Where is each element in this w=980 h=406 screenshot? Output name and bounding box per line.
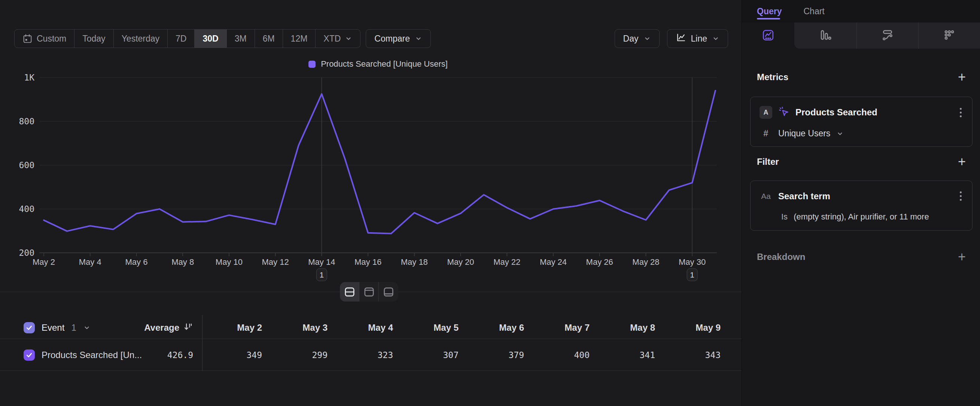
day-column-header[interactable]: May 9 — [661, 317, 726, 339]
x-axis-label: May 10 — [216, 257, 243, 267]
range-today-button[interactable]: Today — [75, 30, 113, 48]
tab-insights[interactable] — [742, 22, 794, 49]
x-axis-label: May 4 — [79, 257, 102, 267]
tab-retention[interactable] — [918, 22, 980, 49]
chevron-down-icon[interactable] — [83, 324, 91, 331]
x-axis-label: May 12 — [262, 257, 289, 267]
x-axis-label: May 30 — [679, 257, 706, 267]
day-value-cell: 323 — [333, 339, 399, 370]
range-yesterday-button[interactable]: Yesterday — [114, 30, 168, 48]
day-column-header[interactable]: May 4 — [333, 317, 399, 339]
tab-chart[interactable]: Chart — [803, 6, 824, 16]
metric-card[interactable]: A Products Searched # Unique Users — [750, 97, 972, 147]
select-all-checkbox[interactable] — [24, 322, 35, 333]
retention-icon — [943, 29, 956, 43]
tab-funnels[interactable] — [794, 22, 856, 49]
analytics-app: CustomTodayYesterday7D30D3M6M12MXTD Comp… — [0, 0, 980, 406]
panel-tab-bar: Query Chart — [742, 0, 980, 22]
range-label: 6M — [263, 34, 275, 44]
metric-aggregation-row[interactable]: # Unique Users — [759, 129, 963, 139]
x-axis-label: May 24 — [540, 257, 567, 267]
table-row: Products Searched [Un... 426.9 349299323… — [0, 339, 741, 371]
results-table: Event 1 Average May 2May 3May 4May 5May … — [0, 317, 741, 371]
filter-condition-row[interactable]: Is (empty string), Air purifier, or 11 m… — [759, 212, 963, 222]
compare-button[interactable]: Compare — [366, 29, 431, 48]
day-column-header[interactable]: May 2 — [202, 317, 268, 339]
add-breakdown-button[interactable]: + — [958, 252, 966, 262]
layout-table-view-button[interactable] — [379, 282, 398, 301]
day-column-label: May 9 — [695, 322, 721, 333]
line-chart-icon — [676, 32, 686, 45]
annotation-badge[interactable]: 1 — [316, 269, 327, 281]
day-value: 341 — [640, 350, 655, 360]
filter-value: (empty string), Air purifier, or 11 more — [794, 212, 929, 222]
layout-chart-view-button[interactable] — [360, 282, 379, 301]
day-value-cell: 343 — [661, 339, 726, 370]
add-filter-button[interactable]: + — [958, 156, 966, 167]
layout-split-view-button[interactable] — [340, 282, 360, 301]
range-6m-button[interactable]: 6M — [255, 30, 283, 48]
day-column-header[interactable]: May 3 — [268, 317, 333, 339]
chevron-down-icon — [345, 35, 352, 42]
x-axis-label: May 18 — [401, 257, 428, 267]
day-value: 299 — [312, 350, 328, 360]
line-chart[interactable]: 2004006008001KMay 2May 4May 6May 8May 10… — [0, 53, 741, 292]
metric-options-kebab-icon[interactable] — [958, 107, 963, 119]
metric-letter-badge: A — [759, 106, 772, 119]
toolbar-right-controls: Day Line — [615, 29, 728, 48]
range-12m-button[interactable]: 12M — [283, 30, 316, 48]
chevron-down-icon — [712, 35, 719, 42]
range-3m-button[interactable]: 3M — [227, 30, 255, 48]
x-axis-label: May 20 — [447, 257, 474, 267]
x-axis-label: May 6 — [125, 257, 148, 267]
line-chart-svg: 2004006008001KMay 2May 4May 6May 8May 10… — [0, 53, 741, 292]
day-column-header[interactable]: May 5 — [399, 317, 464, 339]
day-column-header[interactable]: May 8 — [595, 317, 661, 339]
metric-card-main-row: A Products Searched — [759, 106, 963, 119]
x-axis-label: May 16 — [355, 257, 382, 267]
range-7d-button[interactable]: 7D — [168, 30, 195, 48]
average-column-header[interactable]: Average — [105, 317, 193, 339]
day-column-header[interactable]: May 7 — [530, 317, 595, 339]
active-tab-underline — [757, 18, 780, 19]
day-value-cell: 349 — [202, 339, 268, 370]
filter-options-kebab-icon[interactable] — [958, 190, 963, 202]
day-value-cells: 349299323307379400341343 — [202, 339, 726, 370]
table-header-row: Event 1 Average May 2May 3May 4May 5May … — [0, 317, 741, 339]
day-column-label: May 2 — [237, 322, 262, 333]
filter-operator: Is — [781, 212, 788, 222]
day-column-label: May 6 — [499, 322, 524, 333]
add-metric-button[interactable]: + — [958, 72, 966, 83]
annotation-badge[interactable]: 1 — [687, 269, 697, 281]
query-panel: Query Chart — [741, 0, 980, 406]
filter-card[interactable]: Aa Search term Is (empty string), Air pu… — [750, 180, 972, 231]
day-value: 307 — [443, 350, 458, 360]
y-axis-label: 200 — [19, 248, 35, 258]
main-area: CustomTodayYesterday7D30D3M6M12MXTD Comp… — [0, 0, 741, 406]
flows-icon — [881, 29, 894, 43]
day-column-header[interactable]: May 6 — [464, 317, 530, 339]
tab-flows[interactable] — [856, 22, 919, 49]
range-label: XTD — [323, 34, 340, 44]
metrics-heading: Metrics — [757, 72, 788, 83]
day-value-cell: 400 — [530, 339, 595, 370]
average-value: 426.9 — [167, 350, 193, 360]
day-column-label: May 7 — [565, 322, 590, 333]
x-axis-label: May 8 — [172, 257, 194, 267]
day-value: 349 — [246, 350, 262, 360]
series-checkbox[interactable] — [24, 349, 35, 361]
svg-text:1: 1 — [320, 271, 324, 279]
tab-query[interactable]: Query — [757, 6, 782, 16]
range-xtd-button[interactable]: XTD — [315, 30, 360, 48]
chevron-down-icon — [643, 35, 651, 42]
funnels-icon — [819, 29, 832, 43]
range-label: 3M — [235, 34, 247, 44]
day-column-label: May 8 — [630, 322, 655, 333]
range-label: Today — [82, 34, 105, 44]
range-custom-button[interactable]: Custom — [14, 30, 75, 48]
range-30d-button[interactable]: 30D — [195, 30, 226, 48]
granularity-button[interactable]: Day — [615, 29, 660, 48]
chart-type-button[interactable]: Line — [667, 29, 728, 48]
chart-type-label: Line — [691, 34, 707, 44]
day-column-label: May 3 — [302, 322, 328, 333]
